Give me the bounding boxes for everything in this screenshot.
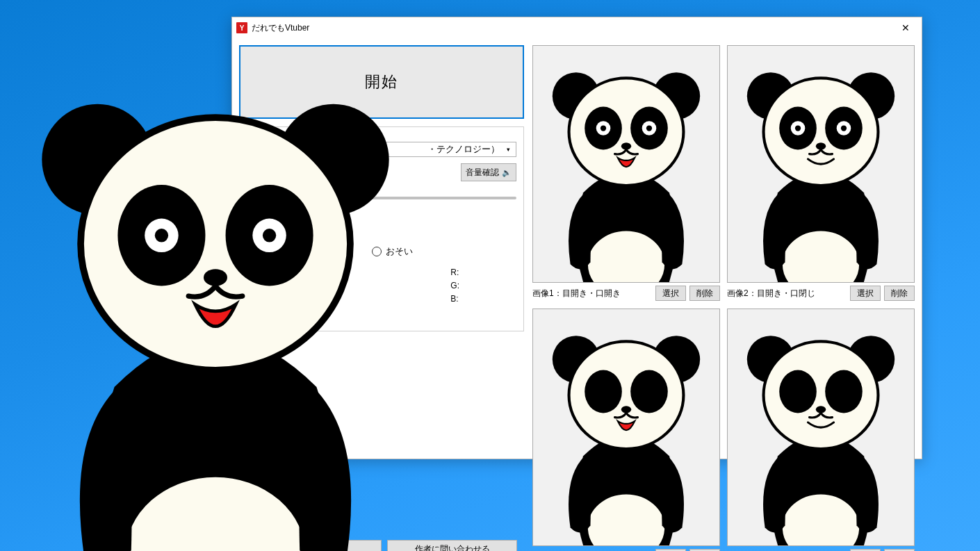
thumb-2 <box>727 45 915 283</box>
volume-check-label: 音量確認 <box>466 167 499 179</box>
svg-point-19 <box>795 125 801 131</box>
image-slot-3: 画像3：目閉じ・口開き 選択 削除 <box>532 309 720 551</box>
window-title: だれでもVtuber <box>252 22 309 34</box>
thumb-1 <box>532 45 720 283</box>
svg-point-26 <box>585 370 622 413</box>
svg-point-9 <box>646 125 652 131</box>
image-slot-2: 画像2：目開き・口閉じ 選択 削除 <box>727 45 915 302</box>
select-button-2[interactable]: 選択 <box>850 286 881 301</box>
speaker-icon: 🔈 <box>502 168 512 177</box>
titlebar[interactable]: Y だれでもVtuber ✕ <box>232 17 922 38</box>
desktop-avatar <box>0 42 452 551</box>
svg-point-34 <box>825 370 863 413</box>
svg-point-8 <box>601 125 606 131</box>
close-button[interactable]: ✕ <box>890 17 922 38</box>
image-slot-1: 画像1：目開き・口開き 選択 削除 <box>532 45 720 302</box>
select-button-1[interactable]: 選択 <box>655 286 686 301</box>
svg-point-27 <box>630 370 668 413</box>
delete-button-1[interactable]: 削除 <box>689 286 720 301</box>
delete-button-2[interactable]: 削除 <box>884 286 915 301</box>
app-icon: Y <box>236 22 247 33</box>
svg-point-45 <box>263 229 276 242</box>
rgb-readout: R: G: B: <box>450 266 459 306</box>
chevron-down-icon: ▾ <box>503 144 514 156</box>
caption-2: 画像2：目開き・口閉じ <box>727 288 847 299</box>
caption-1: 画像1：目開き・口開き <box>532 288 652 299</box>
close-icon: ✕ <box>901 22 910 33</box>
svg-point-44 <box>155 229 168 242</box>
svg-point-20 <box>841 125 847 131</box>
image-slots: 画像1：目開き・口開き 選択 削除 <box>532 45 915 551</box>
image-slot-4: 画像4：目閉じ・口閉じ 選択 削除 <box>727 309 915 551</box>
volume-check-button[interactable]: 音量確認 🔈 <box>461 163 516 181</box>
thumb-3 <box>532 309 720 546</box>
r-label: R: <box>450 266 459 279</box>
svg-point-33 <box>779 370 817 413</box>
thumb-4 <box>727 309 915 546</box>
b-label: B: <box>450 293 459 306</box>
g-label: G: <box>450 279 459 293</box>
